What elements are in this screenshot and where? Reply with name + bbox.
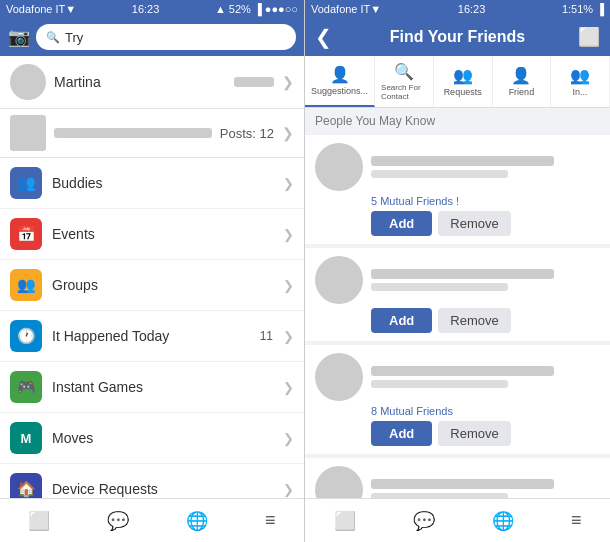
avatar xyxy=(10,64,46,100)
profile-chevron: ❯ xyxy=(282,74,294,90)
right-header: ❮ Find Your Friends ⬜ xyxy=(305,18,610,56)
search-input-wrap[interactable]: 🔍 xyxy=(36,24,296,50)
menu-item-moves[interactable]: M Moves ❯ xyxy=(0,413,304,464)
person-name-bar xyxy=(371,479,554,489)
right-nav-messenger[interactable]: 💬 xyxy=(413,510,435,532)
back-button[interactable]: ❮ xyxy=(315,25,332,49)
menu-item-device-requests[interactable]: 🏠 Device Requests ❯ xyxy=(0,464,304,498)
menu-item-on-this-day[interactable]: 🕐 It Happened Today 11 ❯ xyxy=(0,311,304,362)
on-this-day-icon: 🕐 xyxy=(10,320,42,352)
person-info xyxy=(371,366,600,388)
menu-label-instant-games: Instant Games xyxy=(52,379,273,395)
avatar xyxy=(315,466,363,498)
left-search-bar: 📷 🔍 xyxy=(0,18,304,56)
person-top xyxy=(315,353,600,401)
person-name-bar xyxy=(371,269,554,279)
left-carrier: Vodafone IT▼ xyxy=(6,3,76,15)
person-name-bar xyxy=(371,366,554,376)
section-title: People You May Know xyxy=(305,108,610,131)
remove-button[interactable]: Remove xyxy=(438,421,510,446)
person-sub-bar xyxy=(371,283,508,291)
moves-icon: M xyxy=(10,422,42,454)
menu-label-moves: Moves xyxy=(52,430,273,446)
buddies-icon: 👥 xyxy=(10,167,42,199)
on-this-day-chevron: ❯ xyxy=(283,329,294,344)
events-chevron: ❯ xyxy=(283,227,294,242)
left-nav-home[interactable]: ⬜ xyxy=(28,510,50,532)
right-signal: 1:51% ▐ xyxy=(562,3,604,15)
posts-row[interactable]: Posts: 12 ❯ xyxy=(0,109,304,158)
person-top xyxy=(315,466,600,498)
list-item: 8 Mutual Friends Add Remove xyxy=(305,345,610,454)
tab-search[interactable]: 🔍 Search For Contact xyxy=(375,56,434,107)
device-requests-chevron: ❯ xyxy=(283,482,294,497)
person-name-bar xyxy=(371,156,554,166)
groups-icon: 👥 xyxy=(10,269,42,301)
search-tab-icon: 🔍 xyxy=(394,62,414,81)
tab-suggestions[interactable]: 👤 Suggestions... xyxy=(305,56,375,107)
menu-label-groups: Groups xyxy=(52,277,273,293)
mutual-friends: 5 Mutual Friends ! xyxy=(371,195,600,207)
avatar xyxy=(315,256,363,304)
add-button[interactable]: Add xyxy=(371,421,432,446)
right-header-action-icon[interactable]: ⬜ xyxy=(578,26,600,48)
requests-icon: 👥 xyxy=(453,66,473,85)
person-top xyxy=(315,143,600,191)
left-nav-menu[interactable]: ≡ xyxy=(265,510,276,531)
left-bottom-nav: ⬜ 💬 🌐 ≡ xyxy=(0,498,304,542)
profile-name-bar xyxy=(234,77,274,87)
right-panel: Vodafone IT▼ 16:23 1:51% ▐ ❮ Find Your F… xyxy=(305,0,610,542)
tab-label-invited: In... xyxy=(573,87,588,97)
mutual-friends: 8 Mutual Friends xyxy=(371,405,600,417)
left-panel: Vodafone IT▼ 16:23 ▲ 52% ▐ ●●●○○ 📷 🔍 Mar… xyxy=(0,0,305,542)
header-title: Find Your Friends xyxy=(390,28,525,46)
left-nav-messenger[interactable]: 💬 xyxy=(107,510,129,532)
tab-label-search: Search For Contact xyxy=(381,83,427,101)
person-sub-bar xyxy=(371,170,508,178)
menu-label-device-requests: Device Requests xyxy=(52,481,273,497)
person-info xyxy=(371,156,600,178)
profile-name: Martina xyxy=(54,74,226,90)
right-nav-globe[interactable]: 🌐 xyxy=(492,510,514,532)
menu-label-events: Events xyxy=(52,226,273,242)
menu-item-events[interactable]: 📅 Events ❯ xyxy=(0,209,304,260)
instant-games-icon: 🎮 xyxy=(10,371,42,403)
person-top xyxy=(315,256,600,304)
tab-requests[interactable]: 👥 Requests xyxy=(434,56,493,107)
people-list: 5 Mutual Friends ! Add Remove Add Remove xyxy=(305,131,610,498)
right-nav-home[interactable]: ⬜ xyxy=(334,510,356,532)
list-item: 5 Mutual Friends ! Add Remove xyxy=(305,135,610,244)
events-icon: 📅 xyxy=(10,218,42,250)
remove-button[interactable]: Remove xyxy=(438,308,510,333)
camera-icon[interactable]: 📷 xyxy=(8,26,30,48)
left-signal: ▲ 52% ▐ ●●●○○ xyxy=(215,3,298,15)
list-item: Add Remove xyxy=(305,248,610,341)
right-status-bar: Vodafone IT▼ 16:23 1:51% ▐ xyxy=(305,0,610,18)
left-nav-globe[interactable]: 🌐 xyxy=(186,510,208,532)
device-requests-icon: 🏠 xyxy=(10,473,42,498)
tab-invited[interactable]: 👥 In... xyxy=(551,56,610,107)
left-time: 16:23 xyxy=(132,3,160,15)
person-actions: Add Remove xyxy=(371,308,600,333)
profile-row[interactable]: Martina ❯ xyxy=(0,56,304,109)
right-nav-menu[interactable]: ≡ xyxy=(571,510,582,531)
person-info xyxy=(371,269,600,291)
add-button[interactable]: Add xyxy=(371,211,432,236)
posts-bar xyxy=(54,128,212,138)
menu-item-groups[interactable]: 👥 Groups ❯ xyxy=(0,260,304,311)
right-carrier: Vodafone IT▼ xyxy=(311,3,381,15)
add-button[interactable]: Add xyxy=(371,308,432,333)
search-icon: 🔍 xyxy=(46,31,60,44)
tab-friend[interactable]: 👤 Friend xyxy=(493,56,552,107)
right-time: 16:23 xyxy=(458,3,486,15)
remove-button[interactable]: Remove xyxy=(438,211,510,236)
posts-avatar xyxy=(10,115,46,151)
tab-label-friend: Friend xyxy=(509,87,535,97)
invited-icon: 👥 xyxy=(570,66,590,85)
menu-item-instant-games[interactable]: 🎮 Instant Games ❯ xyxy=(0,362,304,413)
menu-item-buddies[interactable]: 👥 Buddies ❯ xyxy=(0,158,304,209)
search-input[interactable] xyxy=(65,30,286,45)
tab-label-requests: Requests xyxy=(444,87,482,97)
person-actions: Add Remove xyxy=(371,421,600,446)
on-this-day-badge: 11 xyxy=(260,329,273,343)
